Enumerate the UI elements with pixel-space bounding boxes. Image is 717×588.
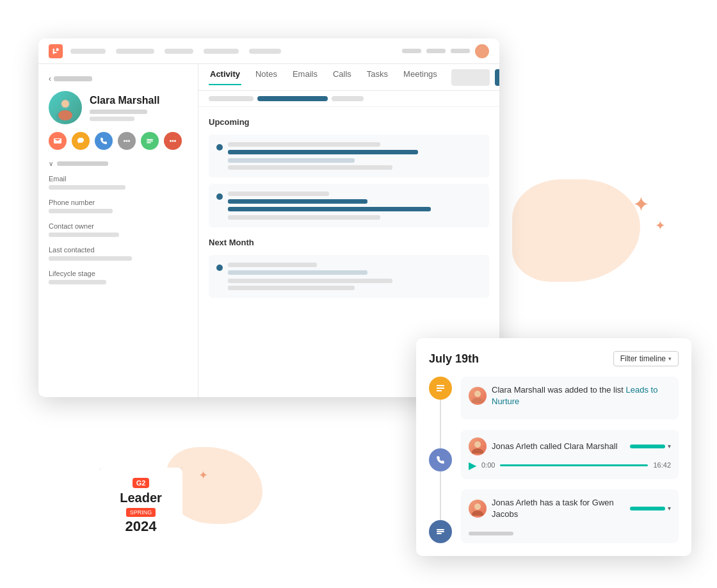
btn-light[interactable] bbox=[451, 69, 490, 86]
top-right-btns bbox=[451, 69, 499, 86]
svg-rect-12 bbox=[147, 142, 151, 143]
email-action-btn[interactable] bbox=[49, 132, 67, 150]
t-bar-2c bbox=[228, 207, 431, 211]
nav-bar bbox=[38, 38, 499, 64]
svg-point-7 bbox=[126, 140, 128, 142]
owner-field: Contact owner bbox=[49, 222, 188, 237]
nav-item-3 bbox=[165, 49, 193, 54]
task-tag-wrap: ▾ bbox=[630, 505, 671, 512]
g2-badge: G2 Leader SPRING 2024 bbox=[99, 468, 182, 546]
t-bar-2b bbox=[228, 199, 367, 204]
filter-btn-label: Filter timeline bbox=[620, 354, 666, 363]
tasks-action-btn[interactable] bbox=[141, 132, 159, 150]
phone-field: Phone number bbox=[49, 199, 188, 213]
event-line-1 bbox=[440, 400, 441, 448]
tab-activity[interactable]: Activity bbox=[209, 69, 241, 85]
message-action-btn[interactable] bbox=[118, 132, 136, 150]
t-bar-3c bbox=[228, 279, 392, 283]
g2-logo: G2 bbox=[133, 478, 150, 488]
chat-action-btn[interactable] bbox=[72, 132, 90, 150]
btn-dark[interactable] bbox=[495, 69, 499, 86]
svg-point-6 bbox=[58, 110, 72, 120]
left-sidebar: ‹ Clara Marshall bbox=[38, 64, 198, 397]
event-icon-task bbox=[429, 520, 452, 543]
event-text-main-1: Clara Marshall was added to the list bbox=[492, 385, 626, 395]
svg-rect-17 bbox=[437, 531, 444, 532]
tab-notes[interactable]: Notes bbox=[254, 69, 278, 85]
nav-right-item-1 bbox=[402, 49, 421, 53]
event-text-3: Jonas Arleth has a task for Gwen Jacobs bbox=[492, 497, 620, 520]
filter-chevron-icon: ▾ bbox=[668, 355, 672, 362]
timeline-panel-header: July 19th Filter timeline ▾ bbox=[429, 351, 679, 366]
svg-rect-11 bbox=[147, 141, 153, 142]
t-bar-3a bbox=[228, 263, 317, 267]
event-card-1-header: Clara Marshall was added to the list Lea… bbox=[469, 384, 671, 407]
filter-bar-3[interactable] bbox=[332, 96, 364, 101]
chevron-down-icon: ∨ bbox=[49, 160, 53, 167]
nav-item-5 bbox=[249, 49, 281, 54]
tab-meetings[interactable]: Meetings bbox=[402, 69, 439, 85]
tab-tasks[interactable]: Tasks bbox=[366, 69, 389, 85]
svg-point-23 bbox=[474, 503, 481, 510]
more-action-btn[interactable] bbox=[164, 132, 182, 150]
tabs-row: Activity Notes Emails Calls Tasks Meetin… bbox=[198, 64, 499, 91]
t-bar-1d bbox=[228, 165, 392, 170]
filter-timeline-btn[interactable]: Filter timeline ▾ bbox=[613, 351, 679, 366]
task-tag bbox=[630, 507, 665, 510]
event-text-1: Clara Marshall was added to the list Lea… bbox=[492, 384, 671, 407]
back-button[interactable]: ‹ bbox=[49, 74, 188, 83]
upcoming-row-2 bbox=[216, 192, 481, 211]
sparkle-large-icon: ✦ bbox=[632, 192, 650, 216]
timeline-dot-1 bbox=[216, 144, 223, 151]
filter-bar-1[interactable] bbox=[209, 96, 254, 101]
prop-header-bar bbox=[57, 161, 108, 166]
user-avatar-nav bbox=[475, 44, 489, 58]
back-bar bbox=[54, 76, 92, 81]
audio-progress-bar[interactable] bbox=[500, 464, 648, 466]
back-chevron-icon: ‹ bbox=[49, 74, 51, 83]
play-button[interactable]: ▶ bbox=[469, 459, 476, 471]
event-text-task-wrap: Jonas Arleth has a task for Gwen Jacobs bbox=[492, 497, 620, 520]
timeline-bars-2 bbox=[228, 192, 481, 211]
last-contacted-value bbox=[49, 256, 132, 261]
next-month-item-1 bbox=[209, 255, 489, 298]
contact-sub-bar-2 bbox=[90, 117, 134, 121]
contact-name: Clara Marshall bbox=[90, 95, 159, 106]
event-card-task: Jonas Arleth has a task for Gwen Jacobs … bbox=[461, 489, 679, 543]
filter-bars bbox=[198, 91, 499, 107]
contact-info: Clara Marshall bbox=[90, 95, 159, 121]
nav-right-item-2 bbox=[426, 49, 446, 53]
audio-player: ▶ 0:00 16:42 bbox=[469, 459, 671, 471]
phone-label: Phone number bbox=[49, 199, 188, 206]
tab-emails[interactable]: Emails bbox=[291, 69, 319, 85]
t-bar-1a bbox=[228, 142, 380, 147]
t-bar-1b bbox=[228, 150, 418, 154]
timeline-dot-2 bbox=[216, 193, 223, 200]
nav-item-4 bbox=[204, 49, 239, 54]
filter-bar-2[interactable] bbox=[257, 96, 328, 101]
call-tag-arrow: ▾ bbox=[668, 443, 671, 450]
nav-items bbox=[70, 49, 394, 54]
svg-rect-16 bbox=[437, 529, 444, 530]
nav-item-1 bbox=[70, 49, 106, 54]
call-tag bbox=[630, 445, 665, 448]
event-card-call: Jonas Arleth called Clara Marshall ▾ ▶ 0… bbox=[461, 430, 679, 479]
phone-value bbox=[49, 209, 113, 213]
svg-point-9 bbox=[128, 140, 130, 142]
event-line-2 bbox=[440, 471, 441, 520]
call-action-btn[interactable] bbox=[95, 132, 113, 150]
tab-calls[interactable]: Calls bbox=[332, 69, 353, 85]
email-field: Email bbox=[49, 175, 188, 190]
svg-rect-2 bbox=[53, 51, 57, 53]
lifecycle-field: Lifecycle stage bbox=[49, 270, 188, 284]
upcoming-item-2 bbox=[209, 184, 489, 227]
svg-point-24 bbox=[472, 510, 483, 516]
main-container: ✦ ✦ ✦ bbox=[0, 0, 717, 588]
owner-label: Contact owner bbox=[49, 222, 188, 230]
event-avatar-1 bbox=[469, 387, 487, 405]
t-bar-2a bbox=[228, 192, 329, 196]
property-section-header: ∨ bbox=[49, 160, 188, 167]
next-month-section-title: Next Month bbox=[209, 238, 489, 247]
events-content-col: Clara Marshall was added to the list Lea… bbox=[461, 377, 679, 543]
owner-value bbox=[49, 233, 119, 237]
